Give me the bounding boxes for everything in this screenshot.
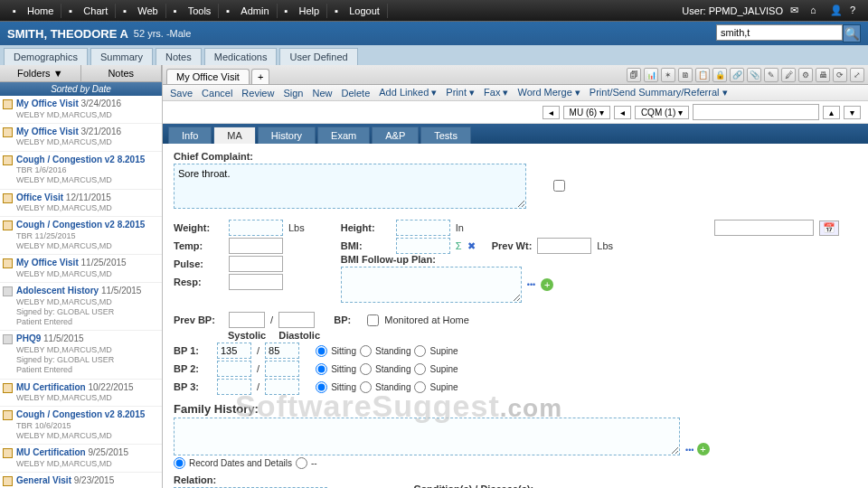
bp3-supine[interactable]: [414, 381, 426, 393]
tool-icon-10[interactable]: ⚙: [798, 68, 813, 82]
action-review[interactable]: Review: [241, 88, 274, 99]
chief-checkbox[interactable]: [553, 180, 565, 192]
action-save[interactable]: Save: [170, 88, 193, 99]
tool-icon-2[interactable]: ✶: [661, 68, 675, 82]
note-item[interactable]: My Office Visit 11/25/2015WELBY MD,MARCU…: [0, 255, 162, 283]
subtab-history[interactable]: History: [258, 127, 316, 144]
user-icon[interactable]: 👤: [830, 5, 843, 17]
chief-complaint-input[interactable]: Sore throat.: [174, 164, 526, 209]
nav-admin[interactable]: ▪Admin: [219, 4, 277, 18]
bp1-supine[interactable]: [414, 345, 426, 357]
subtab-info[interactable]: Info: [168, 127, 212, 144]
nav-tools[interactable]: ▪Tools: [166, 4, 220, 18]
sigma-icon[interactable]: Σ: [456, 240, 462, 251]
family-history-input[interactable]: [174, 418, 680, 455]
tool-icon-5[interactable]: 🔒: [712, 68, 727, 82]
note-item[interactable]: Office Visit 12/11/2015WELBY MD,MARCUS,M…: [0, 190, 162, 218]
bp2-sitting[interactable]: [316, 363, 327, 375]
note-item[interactable]: MU Certification 9/25/2015WELBY MD,MARCU…: [0, 445, 162, 473]
note-item[interactable]: PHQ9 11/5/2015WELBY MD,MARCUS,MDSigned b…: [0, 331, 162, 379]
bmi-plan-input[interactable]: [341, 267, 522, 303]
record-details-on[interactable]: [174, 457, 185, 469]
bmi-input[interactable]: [396, 238, 450, 254]
extra-input[interactable]: [714, 220, 814, 236]
action-sign[interactable]: Sign: [283, 88, 303, 99]
help-icon[interactable]: ?: [850, 5, 863, 17]
mu-dropdown[interactable]: MU (6) ▾: [563, 106, 610, 119]
record-details-off[interactable]: [296, 457, 307, 469]
tool-icon-8[interactable]: ✎: [764, 68, 778, 82]
tool-icon-13[interactable]: ⤢: [850, 68, 864, 82]
mail-icon[interactable]: ✉: [790, 5, 803, 17]
note-item[interactable]: My Office Visit 3/24/2016WELBY MD,MARCUS…: [0, 96, 162, 124]
note-item[interactable]: General Visit 9/23/2015WELBY MD,MARCUS,M…: [0, 473, 162, 488]
tab-summary[interactable]: Summary: [90, 48, 153, 65]
nav-web[interactable]: ▪Web: [116, 4, 165, 18]
monitored-checkbox[interactable]: [367, 314, 379, 326]
bp3-sitting[interactable]: [316, 381, 327, 393]
nav-prev[interactable]: ◂: [542, 106, 560, 119]
sort-header[interactable]: Sorted by Date: [0, 82, 162, 96]
clear-icon[interactable]: ✖: [467, 240, 476, 252]
nav-down[interactable]: ▾: [844, 106, 861, 119]
temp-input[interactable]: [229, 238, 283, 254]
tab-user-defined[interactable]: User Defined: [279, 48, 357, 65]
note-item[interactable]: Cough / Congestion v2 8.2015 TBR 10/6/20…: [0, 407, 162, 445]
tab-medications[interactable]: Medications: [204, 48, 278, 65]
cqm-dropdown[interactable]: CQM (1) ▾: [635, 106, 689, 119]
tool-icon-12[interactable]: ⟳: [833, 68, 847, 82]
document-tab[interactable]: My Office Visit: [166, 69, 250, 84]
tool-icon-3[interactable]: 🗎: [678, 68, 693, 82]
resp-input[interactable]: [229, 274, 283, 290]
note-item[interactable]: Cough / Congestion v2 8.2015 TBR 11/25/2…: [0, 217, 162, 255]
tool-icon-7[interactable]: 📎: [747, 68, 761, 82]
action-new[interactable]: New: [312, 88, 332, 99]
add-tab-button[interactable]: +: [251, 69, 269, 84]
action-word[interactable]: Word Merge ▾: [517, 87, 580, 99]
nav-chart[interactable]: ▪Chart: [61, 4, 116, 18]
bp1-sitting[interactable]: [316, 345, 327, 357]
prevbp-sys[interactable]: [229, 312, 265, 328]
bp1-standing[interactable]: [360, 345, 372, 357]
patient-search-input[interactable]: [716, 24, 843, 41]
weight-input[interactable]: [229, 220, 283, 236]
home-icon[interactable]: ⌂: [810, 5, 823, 17]
nav-prev2[interactable]: ◂: [614, 106, 631, 119]
nav-home[interactable]: ▪Home: [5, 4, 61, 18]
bp2-supine[interactable]: [414, 363, 426, 375]
subtab-exam[interactable]: Exam: [317, 127, 370, 144]
bp2-standing[interactable]: [360, 363, 372, 375]
add-bmi-plan[interactable]: +: [541, 278, 553, 291]
nav-logout[interactable]: ▪Logout: [327, 4, 388, 18]
tool-icon-1[interactable]: 📊: [644, 68, 658, 82]
action-delete[interactable]: Delete: [341, 88, 370, 99]
folders-dropdown[interactable]: Folders ▼: [0, 65, 81, 81]
prevbp-dia[interactable]: [278, 312, 315, 328]
note-item[interactable]: Cough / Congestion v2 8.2015 TBR 1/6/201…: [0, 152, 162, 190]
tool-icon-11[interactable]: 🖶: [816, 68, 830, 82]
bp1-sys-input[interactable]: [217, 343, 251, 359]
tool-icon-0[interactable]: 🗐: [627, 68, 641, 82]
subtab-ma[interactable]: MA: [213, 127, 256, 144]
notes-tab-button[interactable]: Notes: [81, 65, 163, 81]
subtab-ap[interactable]: A&P: [372, 127, 419, 144]
action-fax[interactable]: Fax ▾: [484, 87, 508, 99]
search-button[interactable]: 🔍: [843, 24, 861, 42]
height-input[interactable]: [396, 220, 450, 236]
pulse-input[interactable]: [229, 256, 283, 272]
bp3-dia-input[interactable]: [265, 379, 299, 395]
nav-help[interactable]: ▪Help: [278, 4, 328, 18]
bp1-dia-input[interactable]: [265, 343, 299, 359]
action-cancel[interactable]: Cancel: [202, 88, 232, 99]
calendar-icon[interactable]: 📅: [819, 221, 839, 236]
tool-icon-4[interactable]: 📋: [695, 68, 710, 82]
add-family-history[interactable]: +: [697, 443, 710, 455]
bp2-sys-input[interactable]: [217, 361, 251, 377]
action-add[interactable]: Add Linked ▾: [379, 87, 437, 99]
action-printsend[interactable]: Print/Send Summary/Referral ▾: [590, 87, 728, 99]
bp3-standing[interactable]: [360, 381, 372, 393]
tool-icon-9[interactable]: 🖉: [781, 68, 796, 82]
prevwt-input[interactable]: [537, 238, 591, 254]
note-item[interactable]: My Office Visit 3/21/2016WELBY MD,MARCUS…: [0, 124, 162, 152]
tab-notes[interactable]: Notes: [156, 48, 202, 65]
